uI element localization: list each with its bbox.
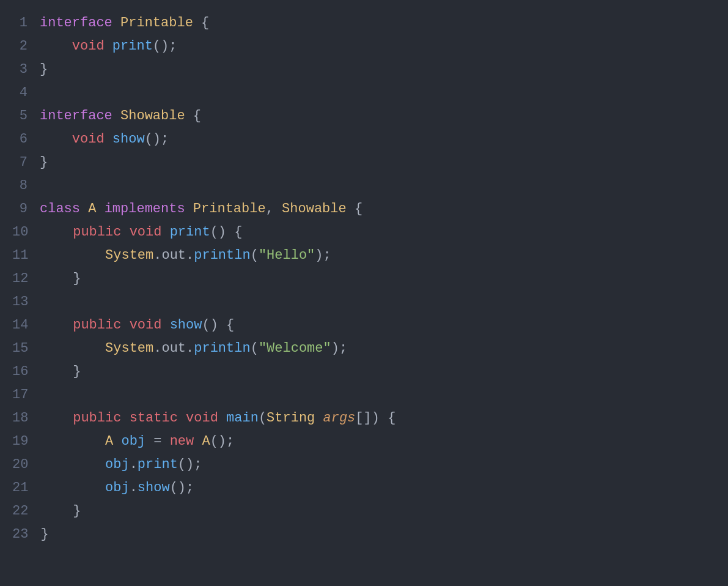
code-token: } bbox=[40, 62, 48, 77]
line-number: 23 bbox=[12, 524, 40, 545]
code-line: 14 public void show() { bbox=[0, 314, 728, 338]
code-token: { bbox=[193, 15, 209, 31]
code-token: obj bbox=[105, 457, 130, 472]
code-line: 23} bbox=[0, 524, 728, 547]
code-line: 13 bbox=[0, 291, 728, 314]
code-token bbox=[105, 39, 112, 54]
line-content: void show(); bbox=[40, 128, 716, 150]
code-token: void bbox=[130, 317, 162, 333]
line-content: } bbox=[40, 152, 716, 173]
line-number: 21 bbox=[12, 477, 40, 499]
line-number: 9 bbox=[12, 198, 40, 220]
code-token: } bbox=[40, 271, 81, 286]
line-number: 10 bbox=[12, 221, 40, 243]
line-number: 5 bbox=[12, 105, 40, 127]
code-line: 2 void print(); bbox=[0, 35, 728, 59]
code-token: () { bbox=[210, 224, 243, 240]
code-token: } bbox=[40, 155, 48, 170]
code-token: []) { bbox=[355, 410, 395, 426]
code-token: interface bbox=[40, 15, 120, 31]
line-number: 4 bbox=[12, 82, 40, 103]
line-content: void print(); bbox=[40, 35, 716, 57]
line-content: } bbox=[40, 59, 716, 80]
line-number: 15 bbox=[12, 338, 40, 359]
code-token bbox=[113, 434, 121, 449]
line-content: } bbox=[40, 361, 716, 382]
code-line: 3} bbox=[0, 59, 728, 82]
code-token: Printable bbox=[193, 201, 266, 217]
code-token bbox=[40, 317, 73, 333]
line-content: System.out.println("Welcome"); bbox=[40, 338, 716, 359]
code-line: 21 obj.show(); bbox=[0, 477, 728, 500]
line-content: System.out.println("Hello"); bbox=[40, 245, 716, 266]
code-token: } bbox=[40, 364, 81, 379]
line-content: public void print() { bbox=[40, 221, 716, 243]
line-content: obj.show(); bbox=[40, 477, 716, 499]
code-token: (); bbox=[178, 457, 202, 472]
line-number: 11 bbox=[12, 245, 40, 266]
line-number: 22 bbox=[12, 500, 40, 522]
code-token: new bbox=[170, 434, 194, 449]
line-content: obj.print(); bbox=[40, 454, 716, 475]
code-token: = bbox=[145, 434, 170, 449]
code-token bbox=[40, 341, 105, 356]
code-token bbox=[161, 224, 169, 240]
code-token: .out. bbox=[153, 341, 194, 356]
code-token: ( bbox=[251, 248, 259, 263]
code-token bbox=[40, 224, 73, 240]
code-token: { bbox=[347, 201, 362, 217]
line-number: 16 bbox=[12, 361, 40, 382]
code-token: () { bbox=[202, 317, 234, 333]
code-token bbox=[40, 248, 105, 263]
code-token: "Welcome" bbox=[259, 341, 331, 356]
line-content: class A implements Printable, Showable { bbox=[40, 198, 716, 220]
line-number: 6 bbox=[12, 128, 40, 150]
code-token: { bbox=[185, 108, 201, 124]
code-line: 18 public static void main(String args[]… bbox=[0, 407, 728, 431]
code-token: ( bbox=[251, 341, 259, 356]
code-line: 9class A implements Printable, Showable … bbox=[0, 198, 728, 221]
code-token: (); bbox=[145, 132, 169, 147]
code-line: 8 bbox=[0, 175, 728, 198]
line-content: } bbox=[40, 524, 716, 545]
code-token: void bbox=[130, 224, 162, 240]
code-token: } bbox=[40, 527, 48, 542]
code-token: print bbox=[138, 457, 178, 472]
code-token: A bbox=[105, 434, 113, 449]
line-number: 12 bbox=[12, 268, 40, 289]
code-token bbox=[40, 480, 105, 495]
code-token: obj bbox=[121, 434, 145, 449]
line-number: 2 bbox=[12, 35, 40, 57]
line-content: } bbox=[40, 268, 716, 289]
code-token bbox=[161, 317, 169, 333]
code-editor: 1interface Printable {2 void print();3}4… bbox=[0, 12, 728, 586]
code-token bbox=[40, 434, 105, 449]
code-token bbox=[218, 410, 226, 426]
code-token bbox=[40, 410, 73, 426]
code-token: A bbox=[88, 201, 104, 217]
line-number: 1 bbox=[12, 12, 40, 34]
code-token: , bbox=[266, 201, 282, 217]
code-line: 10 public void print() { bbox=[0, 221, 728, 245]
code-line: 20 obj.print(); bbox=[0, 454, 728, 477]
line-content: public static void main(String args[]) { bbox=[40, 407, 716, 429]
code-token: obj bbox=[105, 480, 130, 495]
code-token: println bbox=[194, 341, 250, 356]
code-token: void bbox=[72, 132, 105, 147]
code-token: implements bbox=[105, 201, 193, 217]
code-token: Printable bbox=[120, 15, 193, 31]
code-token: System bbox=[105, 248, 153, 263]
code-line: 7} bbox=[0, 152, 728, 175]
line-number: 19 bbox=[12, 431, 40, 452]
code-token: A bbox=[202, 434, 210, 449]
code-token: (); bbox=[153, 39, 177, 54]
code-token bbox=[121, 410, 129, 426]
code-token: ( bbox=[259, 410, 267, 426]
code-line: 5interface Showable { bbox=[0, 105, 728, 128]
code-token bbox=[40, 39, 72, 54]
line-content: interface Printable { bbox=[40, 12, 716, 34]
code-token: class bbox=[40, 201, 88, 217]
code-line: 16 } bbox=[0, 361, 728, 384]
code-token: } bbox=[40, 503, 81, 519]
code-line: 17 bbox=[0, 384, 728, 407]
